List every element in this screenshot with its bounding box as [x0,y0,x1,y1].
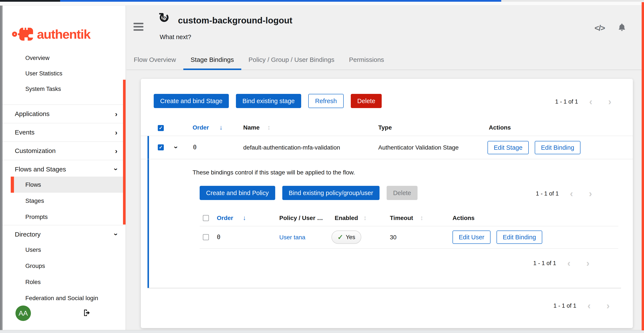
enabled-label: Yes [346,234,355,241]
cell-order: 0 [193,144,197,151]
stage-bindings-card: Create and bind Stage Bind existing stag… [141,79,633,328]
column-header-actions: Actions [452,215,475,221]
page-previous-icon[interactable]: ‹ [583,301,596,310]
check-icon: ✓ [159,125,163,131]
brand-logo[interactable]: authentik [2,6,126,50]
cell-order: 0 [217,233,220,241]
cell-policy-user-link[interactable]: User tana [279,234,305,241]
pagination-top: 1 - 1 of 1 ‹ › [555,97,616,106]
api-access-icon[interactable]: </> [595,24,605,33]
sort-descending-icon[interactable]: ↓ [243,214,246,221]
pagination-range: 1 - 1 of 1 [536,190,559,197]
sidebar-item-system-tasks[interactable]: System Tasks [2,81,126,97]
column-header-name[interactable]: Name [243,124,260,131]
pagination-inner-top: 1 - 1 of 1 ‹ › [536,189,597,198]
notifications-bell-icon[interactable] [617,23,626,33]
stage-toolbar: Create and bind Stage Bind existing stag… [154,94,382,108]
menu-toggle-icon[interactable] [134,23,144,33]
sidebar-item-label: User Statistics [25,70,62,77]
page-next-icon[interactable]: › [584,189,597,198]
column-header-timeout[interactable]: Timeout [390,215,413,221]
sidebar-item-user-statistics[interactable]: User Statistics [2,66,126,81]
row-expander-icon[interactable]: › [173,146,180,148]
brand-name: authentik [37,27,90,42]
page-previous-icon[interactable]: ‹ [584,97,597,106]
chevron-right-icon: › [115,129,118,136]
select-all-checkbox[interactable]: ✓ [158,125,164,131]
edit-user-button[interactable]: Edit User [452,230,490,244]
select-all-checkbox[interactable]: ✓ [203,215,209,221]
refresh-button[interactable]: Refresh [308,94,344,108]
sidebar-group-label: Flows and Stages [15,166,66,173]
bind-existing-stage-button[interactable]: Bind existing stage [236,94,301,108]
sidebar-item-overview[interactable]: Overview [2,50,126,66]
window-left-edge [0,2,2,333]
column-header-order[interactable]: Order [192,124,209,131]
sort-toggle-icon[interactable]: ↕ [267,124,270,131]
sidebar-item-stages[interactable]: Stages [2,193,126,209]
sidebar-item-users[interactable]: Users [2,242,126,258]
sidebar-item-label: Flows [25,181,41,188]
tab-stage-bindings[interactable]: Stage Bindings [183,56,241,70]
delete-button[interactable]: Delete [351,94,382,108]
edit-binding-button[interactable]: Edit Binding [535,141,580,154]
sidebar-group-customization[interactable]: Customization › [2,141,126,160]
gear-icon: ⚙ [162,15,168,23]
authentik-logo-icon [19,28,33,41]
window-top-edge [0,0,644,2]
column-header-order[interactable]: Order [217,215,233,221]
logout-icon[interactable] [83,308,91,318]
create-and-bind-stage-button[interactable]: Create and bind Stage [154,94,229,108]
page-next-icon[interactable]: › [602,301,614,310]
sidebar-group-applications[interactable]: Applications › [2,104,126,123]
pagination-range: 1 - 1 of 1 [554,302,576,309]
chevron-right-icon: › [115,110,118,118]
sort-toggle-icon[interactable]: ↕ [420,214,423,221]
cell-type: Authenticator Validation Stage [378,144,459,151]
column-header-enabled[interactable]: Enabled [335,215,358,221]
edit-binding-button[interactable]: Edit Binding [496,230,542,244]
sort-descending-icon[interactable]: ↓ [220,124,222,131]
pagination-range: 1 - 1 of 1 [533,260,556,267]
sidebar-item-federation-and-social-login[interactable]: Federation and Social login [2,290,126,306]
sidebar-item-roles[interactable]: Roles [2,274,126,290]
sidebar-group-label: Directory [15,231,40,238]
stage-table-header: ✓ Order ↓ Name ↕ Type Actions [141,120,633,136]
page-previous-icon[interactable]: ‹ [565,189,578,198]
policy-table-header: ✓ Order ↓ Policy / User … Enabled ↕ Time… [200,211,618,226]
sidebar-item-prompts[interactable]: Prompts [2,209,126,225]
sidebar-item-label: Users [25,246,41,253]
sidebar-group-label: Events [15,129,34,136]
row-checkbox[interactable]: ✓ [203,234,209,240]
window-top-blue-segment [60,0,501,2]
sidebar-item-flows[interactable]: Flows [11,177,126,193]
tab-flow-overview[interactable]: Flow Overview [126,56,183,70]
avatar[interactable]: AA [16,305,31,321]
sidebar-item-groups[interactable]: Groups [2,258,126,274]
column-header-type: Type [378,124,392,131]
column-header-policy-user[interactable]: Policy / User … [279,215,323,221]
sidebar-scrollbar[interactable] [123,80,126,224]
tab-policy-group-user-bindings[interactable]: Policy / Group / User Bindings [241,56,342,70]
sidebar-group-events[interactable]: Events › [2,123,126,141]
window-top-dark-segment [0,0,60,2]
bind-existing-policy-button[interactable]: Bind existing policy/group/user [282,186,380,200]
sort-toggle-icon[interactable]: ↕ [364,214,367,221]
edit-stage-button[interactable]: Edit Stage [488,141,529,154]
chevron-down-icon: › [112,168,120,170]
expanded-description: These bindings control if this stage wil… [192,169,355,176]
page-next-icon[interactable]: › [582,258,594,268]
create-and-bind-policy-button[interactable]: Create and bind Policy [200,186,275,200]
page-previous-icon[interactable]: ‹ [563,258,575,268]
sidebar-footer: AA [16,305,117,321]
page-subtitle: What next? [160,34,191,41]
sidebar-group-directory[interactable]: Directory › [2,225,126,243]
sidebar-group-flows-and-stages[interactable]: Flows and Stages › [2,160,126,178]
tab-permissions[interactable]: Permissions [342,56,391,70]
check-icon: ✓ [338,233,343,241]
cell-name: default-authentication-mfa-validation [243,144,340,151]
row-checkbox[interactable]: ✓ [158,144,164,150]
page-next-icon[interactable]: › [604,97,616,106]
delete-policy-button[interactable]: Delete [386,186,418,200]
pagination-bottom: 1 - 1 of 1 ‹ › [554,301,614,310]
